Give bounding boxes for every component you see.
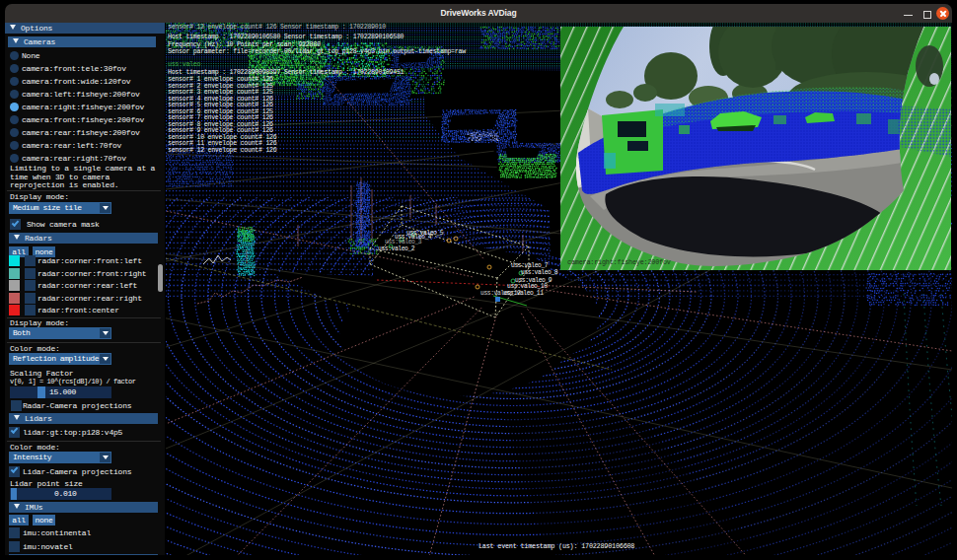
svg-text:sensor# 12 envelope count# 126: sensor# 12 envelope count# 126 Sensor ti…	[168, 24, 386, 31]
svg-text:uss:valeo: uss:valeo	[168, 61, 200, 68]
svg-text:Sensor parameter: file=recorde: Sensor parameter: file=recorder-00/lidar…	[168, 48, 466, 55]
svg-text:uss:valeo_12: uss:valeo_12	[480, 290, 521, 297]
svg-text:Frequency (Hz): 10 Points per: Frequency (Hz): 10 Points per scan: 9228…	[168, 41, 321, 48]
svg-text:camera:right:fisheye:200fov: camera:right:fisheye:200fov	[567, 258, 671, 266]
svg-text:Host timestamp : 1702289010658: Host timestamp : 17022890106580 Sensor t…	[168, 34, 405, 40]
svg-text:Last event timestamp (us): 170: Last event timestamp (us): 1702289010660…	[478, 542, 634, 550]
svg-text:uss:valeo_10: uss:valeo_10	[507, 283, 548, 290]
svg-text:Host timestamp : 1702289009839: Host timestamp : 17022890098397 Sensor t…	[168, 69, 405, 76]
svg-text:uss:valeo_2: uss:valeo_2	[378, 245, 415, 252]
svg-text:uss:valeo_5: uss:valeo_5	[406, 230, 444, 237]
svg-text:uss:valeo_7: uss:valeo_7	[511, 262, 549, 269]
svg-text:sensor# 12 envelope count# 126: sensor# 12 envelope count# 126	[168, 147, 277, 154]
svg-text:uss:valeo_8: uss:valeo_8	[521, 269, 558, 276]
